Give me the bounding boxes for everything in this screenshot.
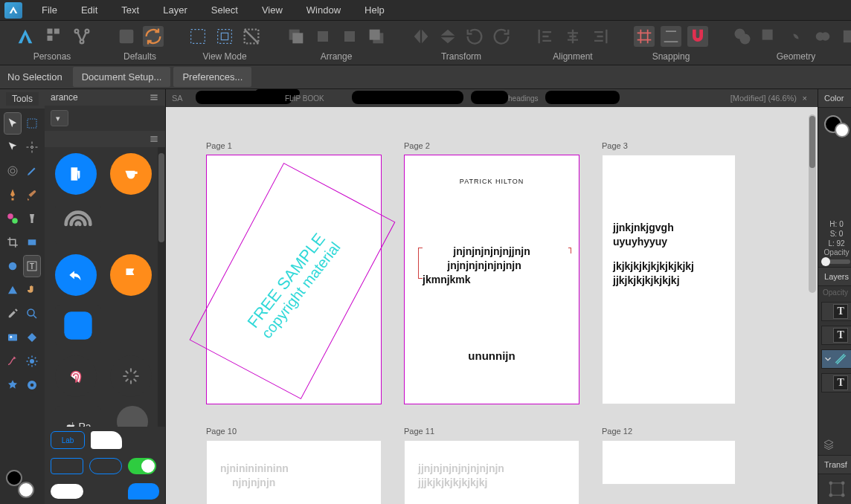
- diamond-tool[interactable]: [24, 327, 40, 348]
- transform-handles-icon[interactable]: [826, 479, 847, 500]
- burst-tool[interactable]: [24, 351, 40, 372]
- flip-v-icon[interactable]: [437, 26, 458, 47]
- align-left-icon[interactable]: [536, 26, 556, 47]
- transform-panel-tab[interactable]: Transf: [818, 455, 851, 474]
- preferences-button[interactable]: Preferences...: [173, 67, 251, 87]
- asset-toggle-on[interactable]: [128, 458, 156, 474]
- rectangle-tool[interactable]: [24, 232, 40, 253]
- corner-tool[interactable]: [4, 208, 21, 229]
- color-swatch-stack[interactable]: [0, 464, 45, 504]
- triangle-tool[interactable]: [4, 280, 21, 300]
- layer-row-text-2[interactable]: T: [821, 326, 851, 345]
- asset-white-card[interactable]: [91, 431, 122, 449]
- contour-tool[interactable]: [4, 161, 21, 181]
- panel-menu-icon[interactable]: [149, 92, 159, 103]
- layer-row-text-1[interactable]: T: [821, 302, 851, 321]
- arrange-forward-icon[interactable]: [339, 26, 360, 47]
- persona-designer-icon[interactable]: [12, 23, 39, 50]
- asset-speaker-icon[interactable]: [55, 204, 101, 245]
- arrange-backward-icon[interactable]: [312, 26, 333, 47]
- page-11[interactable]: jjnjnjnjnjnjnjnjnjn jjjkjkjkjkjkjkjkj: [404, 440, 579, 504]
- point-transform-tool[interactable]: [24, 137, 40, 158]
- zoom-tool[interactable]: [24, 303, 40, 324]
- artboard-tool[interactable]: [24, 113, 40, 134]
- asset-rect-outline[interactable]: [51, 458, 83, 474]
- asset-app-icon[interactable]: [55, 305, 101, 346]
- geom-div-icon[interactable]: [839, 26, 851, 47]
- donut-tool[interactable]: [24, 375, 40, 395]
- chevron-down-icon[interactable]: [823, 354, 833, 364]
- asset-fuel-icon[interactable]: [55, 153, 97, 195]
- page-3[interactable]: jjnkjnkjgvgh uyuyhyyuy jkjkjkjkjkjkjkjkj…: [602, 155, 736, 404]
- geom-xor-icon[interactable]: [812, 26, 833, 47]
- page-2[interactable]: PATRICK HILTON jnjnjnjnjnjnjjnjn jnjnjnj…: [404, 155, 579, 404]
- menu-window[interactable]: Window: [296, 1, 351, 19]
- layer-row-text-3[interactable]: T: [821, 373, 851, 392]
- hand-tool[interactable]: [24, 280, 40, 300]
- geom-int-icon[interactable]: [786, 26, 806, 47]
- document-tab-close-icon[interactable]: ×: [798, 94, 812, 103]
- rotate-ccw-icon[interactable]: [464, 26, 485, 47]
- asset-apple-pay-icon[interactable]: Pa: [55, 406, 101, 427]
- asset-loading-icon[interactable]: [110, 355, 152, 397]
- frame-text-tool[interactable]: T: [24, 256, 40, 277]
- persona-pixel-icon[interactable]: [45, 26, 65, 47]
- place-image-tool[interactable]: [4, 327, 21, 348]
- align-center-icon[interactable]: [562, 26, 583, 47]
- default-fill-icon[interactable]: [116, 26, 137, 47]
- snap-magnet-icon[interactable]: [687, 26, 708, 47]
- asset-reply-icon[interactable]: [55, 254, 97, 296]
- default-sync-icon[interactable]: [143, 26, 164, 47]
- appearance-panel-header[interactable]: arance: [45, 89, 165, 106]
- pencil-tool[interactable]: [24, 161, 40, 181]
- assets-menu-icon[interactable]: [149, 134, 159, 144]
- menu-select[interactable]: Select: [201, 1, 248, 19]
- asset-flag-icon[interactable]: [110, 254, 152, 296]
- rotate-cw-icon[interactable]: [491, 26, 512, 47]
- node-tool[interactable]: [4, 137, 21, 158]
- persona-export-icon[interactable]: [71, 26, 92, 47]
- geom-sub-icon[interactable]: [759, 26, 780, 47]
- menu-file[interactable]: File: [31, 1, 68, 19]
- align-right-icon[interactable]: [589, 26, 610, 47]
- document-canvas[interactable]: Page 1 FREE SAMPLE copyright material Pa…: [166, 107, 818, 504]
- layers-stack-icon[interactable]: [823, 439, 835, 450]
- glass-tool[interactable]: [24, 208, 40, 229]
- menu-help[interactable]: Help: [354, 1, 395, 19]
- page-1[interactable]: FREE SAMPLE copyright material: [206, 155, 382, 404]
- snap-grid-icon[interactable]: [634, 26, 655, 47]
- menu-layer[interactable]: Layer: [152, 1, 198, 19]
- curve-arrow-tool[interactable]: [4, 351, 21, 372]
- layer-row-selected[interactable]: [821, 349, 851, 369]
- flip-h-icon[interactable]: [411, 26, 431, 47]
- ellipse-tool[interactable]: [4, 256, 21, 277]
- color-panel-tab[interactable]: Color: [818, 89, 851, 108]
- crop-tool[interactable]: [4, 232, 21, 253]
- page-10[interactable]: njninininininn njnjnjnjn: [206, 440, 382, 504]
- arrange-front-icon[interactable]: [366, 26, 387, 47]
- pen-tool[interactable]: [4, 184, 21, 205]
- brush-tool[interactable]: [24, 184, 40, 205]
- opacity-slider[interactable]: [823, 259, 850, 264]
- arrange-back-icon[interactable]: [286, 26, 306, 47]
- menu-edit[interactable]: Edit: [71, 1, 108, 19]
- page-12[interactable]: [602, 440, 736, 485]
- star-tool[interactable]: [4, 375, 21, 395]
- layers-panel-tab[interactable]: Layers: [818, 267, 851, 286]
- asset-blue-bubble[interactable]: [128, 483, 159, 500]
- move-tool[interactable]: [4, 113, 21, 134]
- eyedropper-tool[interactable]: [4, 303, 21, 324]
- menu-view[interactable]: View: [251, 1, 293, 19]
- viewmode-pixel-icon[interactable]: [187, 26, 208, 47]
- asset-iphone-template[interactable]: Name iPhone SE: [110, 406, 155, 427]
- canvas-scrollbar[interactable]: [809, 114, 816, 293]
- color-swatch-pair[interactable]: [824, 115, 850, 138]
- asset-white-pill[interactable]: [51, 484, 83, 499]
- assets-scrollbar[interactable]: [158, 147, 165, 427]
- asset-label-pill[interactable]: Lab: [51, 431, 85, 449]
- snap-baseline-icon[interactable]: [661, 26, 681, 47]
- geom-add-icon[interactable]: [732, 26, 753, 47]
- asset-cup-icon[interactable]: [110, 153, 152, 195]
- asset-pill-outline[interactable]: [89, 458, 122, 474]
- menu-text[interactable]: Text: [111, 1, 150, 19]
